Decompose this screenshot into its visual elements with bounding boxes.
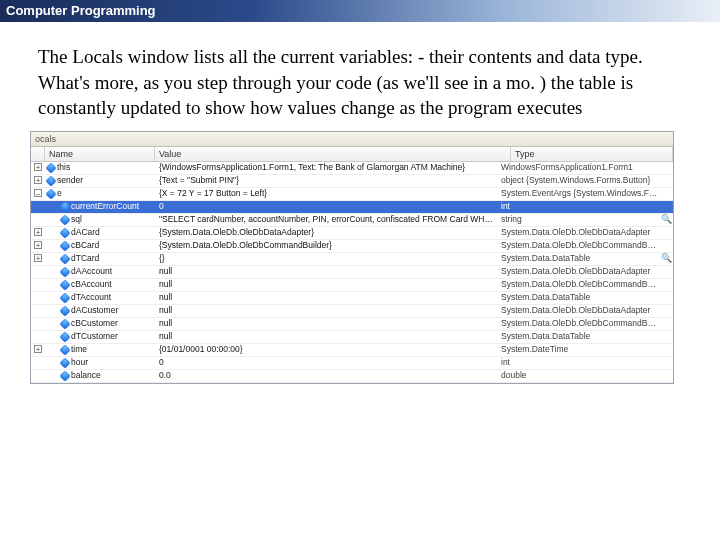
table-row[interactable]: dTCustomernullSystem.Data.DataTable (31, 331, 673, 344)
table-row[interactable]: balance0.0double (31, 370, 673, 383)
row-value[interactable]: null (155, 330, 497, 343)
row-value[interactable]: null (155, 317, 497, 330)
row-expander[interactable]: + (31, 226, 45, 239)
table-row[interactable]: + dACard{System.Data.OleDb.OleDbDataAdap… (31, 227, 673, 240)
row-value[interactable]: {System.Data.OleDb.OleDbDataAdapter} (155, 226, 497, 239)
table-row[interactable]: + time{01/01/0001 00:00:00}System.DateTi… (31, 344, 673, 357)
row-value[interactable]: null (155, 304, 497, 317)
row-expander[interactable]: + (31, 252, 45, 265)
row-type: int (497, 200, 659, 213)
row-name: cBCard (45, 239, 155, 252)
row-name: dTCustomer (45, 330, 155, 343)
table-row[interactable]: + this{WindowsFormsApplication1.Form1, T… (31, 162, 673, 175)
row-expander[interactable]: + (31, 343, 45, 356)
variable-icon (45, 175, 56, 186)
row-name: e (45, 187, 155, 200)
row-value[interactable]: null (155, 278, 497, 291)
variable-icon (59, 240, 70, 251)
slide-header: Computer Programming (0, 0, 720, 22)
row-name: dTCard (45, 252, 155, 265)
row-value[interactable]: {X = 72 Y = 17 Button = Left} (155, 187, 497, 200)
variable-icon (59, 370, 70, 381)
table-row[interactable]: + dTCard{}System.Data.DataTable🔍 (31, 253, 673, 266)
table-row[interactable]: currentErrorCount0int (31, 201, 673, 214)
column-name[interactable]: Name (45, 147, 155, 161)
row-type: int (497, 356, 659, 369)
table-row[interactable]: dACustomernullSystem.Data.OleDb.OleDbDat… (31, 305, 673, 318)
table-row[interactable]: cBAccountnullSystem.Data.OleDb.OleDbComm… (31, 279, 673, 292)
row-name: cBCustomer (45, 317, 155, 330)
row-value[interactable]: null (155, 291, 497, 304)
locals-pane-title: ocals (31, 132, 673, 147)
locals-window: ocals Name Value Type + this{WindowsForm… (30, 131, 674, 384)
row-type: System.Data.OleDb.OleDbDataAdapter (497, 226, 659, 239)
row-type: System.Data.DataTable (497, 252, 659, 265)
row-type: System.Data.OleDb.OleDbCommandBuilder (497, 317, 659, 330)
row-type: string (497, 213, 659, 226)
row-type: System.Data.DataTable (497, 291, 659, 304)
row-name: cBAccount (45, 278, 155, 291)
variable-icon (59, 331, 70, 342)
row-type: System.Data.OleDb.OleDbDataAdapter (497, 304, 659, 317)
row-type: double (497, 369, 659, 382)
row-name: balance (45, 369, 155, 382)
variable-icon (59, 214, 70, 225)
variable-icon (59, 253, 70, 264)
row-value[interactable]: {} (155, 252, 497, 265)
row-name: sender (45, 174, 155, 187)
row-value[interactable]: {WindowsFormsApplication1.Form1, Text: T… (155, 161, 497, 174)
variable-icon (59, 227, 70, 238)
row-name: dACard (45, 226, 155, 239)
row-name: dAAccount (45, 265, 155, 278)
table-row[interactable]: hour0int (31, 357, 673, 370)
table-row[interactable]: + sender{Text = "Submit PIN"}object {Sys… (31, 175, 673, 188)
body-paragraph: The Locals window lists all the current … (0, 22, 720, 131)
row-type: System.Data.OleDb.OleDbDataAdapter (497, 265, 659, 278)
row-value[interactable]: {System.Data.OleDb.OleDbCommandBuilder} (155, 239, 497, 252)
row-type: System.Data.DataTable (497, 330, 659, 343)
row-expander[interactable]: + (31, 239, 45, 252)
locals-column-header: Name Value Type (31, 147, 673, 162)
row-type: System.Data.OleDb.OleDbCommandBuilder (497, 278, 659, 291)
table-row[interactable]: dAAccountnullSystem.Data.OleDb.OleDbData… (31, 266, 673, 279)
variable-icon (59, 201, 70, 212)
row-type: object {System.Windows.Forms.Button} (497, 174, 659, 187)
row-value[interactable]: {01/01/0001 00:00:00} (155, 343, 497, 356)
visualizer-icon[interactable]: 🔍 (659, 213, 673, 226)
row-expander[interactable]: + (31, 161, 45, 174)
row-type: System.Data.OleDb.OleDbCommandBuilder (497, 239, 659, 252)
row-value[interactable]: {Text = "Submit PIN"} (155, 174, 497, 187)
row-name: this (45, 161, 155, 174)
slide-title: Computer Programming (6, 3, 156, 18)
variable-icon (59, 279, 70, 290)
variable-icon (45, 188, 56, 199)
table-row[interactable]: dTAccountnullSystem.Data.DataTable (31, 292, 673, 305)
row-expander[interactable]: – (31, 187, 45, 200)
row-name: dTAccount (45, 291, 155, 304)
visualizer-icon[interactable]: 🔍 (659, 252, 673, 265)
row-value[interactable]: 0 (155, 200, 497, 213)
variable-icon (59, 318, 70, 329)
row-name: sql (45, 213, 155, 226)
row-value[interactable]: 0.0 (155, 369, 497, 382)
variable-icon (59, 344, 70, 355)
row-value[interactable]: 0 (155, 356, 497, 369)
row-value[interactable]: "SELECT cardNumber, accountNumber, PIN, … (155, 213, 497, 226)
table-row[interactable]: – e{X = 72 Y = 17 Button = Left}System.E… (31, 188, 673, 201)
table-row[interactable]: cBCustomernullSystem.Data.OleDb.OleDbCom… (31, 318, 673, 331)
row-name: time (45, 343, 155, 356)
table-row[interactable]: sql"SELECT cardNumber, accountNumber, PI… (31, 214, 673, 227)
row-name: dACustomer (45, 304, 155, 317)
variable-icon (59, 305, 70, 316)
row-name: currentErrorCount (45, 200, 155, 213)
row-type: System.DateTime (497, 343, 659, 356)
row-value[interactable]: null (155, 265, 497, 278)
column-value[interactable]: Value (155, 147, 511, 161)
locals-rows: + this{WindowsFormsApplication1.Form1, T… (31, 162, 673, 383)
column-type[interactable]: Type (511, 147, 673, 161)
table-row[interactable]: + cBCard{System.Data.OleDb.OleDbCommandB… (31, 240, 673, 253)
variable-icon (59, 292, 70, 303)
variable-icon (59, 266, 70, 277)
row-expander[interactable]: + (31, 174, 45, 187)
variable-icon (59, 357, 70, 368)
